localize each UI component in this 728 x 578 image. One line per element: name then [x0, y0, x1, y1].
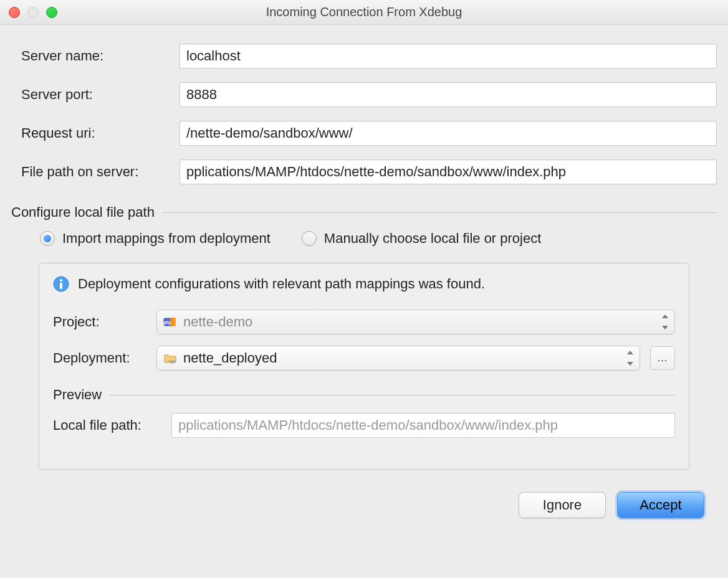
radio-group-mapping-mode: Import mappings from deployment Manually… — [11, 230, 717, 247]
field-local-path: pplications/MAMP/htdocs/nette-demo/sandb… — [171, 413, 675, 438]
info-message: Deployment configurations with relevant … — [53, 276, 675, 292]
label-server-name: Server name: — [11, 48, 180, 64]
dropdown-deployment-value: nette_deployed — [183, 350, 277, 366]
row-server-port: Server port: 8888 — [11, 82, 717, 107]
radio-import-label: Import mappings from deployment — [62, 230, 271, 247]
php-project-icon: php — [163, 315, 177, 329]
label-request-uri: Request uri: — [11, 125, 180, 141]
dialog-content: Server name: localhost Server port: 8888… — [0, 25, 728, 531]
label-file-path: File path on server: — [11, 164, 180, 180]
radio-manual-label: Manually choose local file or project — [324, 230, 542, 247]
section-divider — [162, 212, 717, 213]
input-request-uri[interactable]: /nette-demo/sandbox/www/ — [180, 121, 717, 146]
row-file-path: File path on server: pplications/MAMP/ht… — [11, 159, 717, 184]
zoom-window-icon[interactable] — [46, 7, 57, 18]
label-project: Project: — [53, 314, 156, 330]
radio-import-mappings[interactable]: Import mappings from deployment — [40, 230, 271, 247]
preview-divider — [109, 395, 675, 396]
dropdown-project-value: nette-demo — [183, 314, 252, 330]
radio-manual-choose[interactable]: Manually choose local file or project — [302, 230, 542, 247]
label-deployment: Deployment: — [53, 350, 156, 366]
window-controls — [9, 7, 57, 18]
info-text: Deployment configurations with relevant … — [78, 276, 485, 292]
radio-icon — [302, 231, 317, 246]
value-server-name: localhost — [186, 48, 241, 64]
minimize-window-icon — [27, 7, 39, 18]
radio-icon — [40, 231, 55, 246]
input-server-name[interactable]: localhost — [180, 44, 717, 69]
titlebar: Incoming Connection From Xdebug — [0, 0, 728, 25]
accept-button[interactable]: Accept — [617, 492, 704, 518]
row-project: Project: php nette-demo — [53, 310, 675, 334]
chevron-updown-icon — [626, 351, 635, 366]
input-server-port[interactable]: 8888 — [180, 82, 717, 107]
row-deployment: Deployment: nette_deployed ... — [53, 346, 675, 371]
svg-rect-2 — [60, 283, 62, 289]
value-local-path: pplications/MAMP/htdocs/nette-demo/sandb… — [178, 417, 558, 433]
ellipsis-icon: ... — [658, 353, 668, 364]
svg-point-1 — [60, 279, 62, 282]
label-local-path: Local file path: — [53, 417, 171, 433]
value-request-uri: /nette-demo/sandbox/www/ — [186, 125, 353, 141]
section-title: Configure local file path — [11, 204, 155, 220]
deployment-panel: Deployment configurations with relevant … — [39, 263, 689, 470]
browse-deployment-button[interactable]: ... — [650, 346, 675, 370]
row-request-uri: Request uri: /nette-demo/sandbox/www/ — [11, 121, 717, 146]
dialog-footer: Ignore Accept — [11, 470, 717, 531]
preview-title: Preview — [53, 387, 102, 403]
chevron-updown-icon — [661, 315, 669, 329]
value-server-port: 8888 — [186, 87, 217, 103]
svg-rect-5 — [169, 361, 175, 362]
info-icon — [53, 276, 69, 292]
svg-rect-6 — [171, 362, 173, 364]
label-server-port: Server port: — [11, 87, 180, 103]
window-title: Incoming Connection From Xdebug — [0, 5, 728, 19]
value-file-path: pplications/MAMP/htdocs/nette-demo/sandb… — [186, 164, 566, 180]
ignore-button[interactable]: Ignore — [519, 492, 606, 518]
close-window-icon[interactable] — [9, 7, 20, 18]
row-server-name: Server name: localhost — [11, 44, 717, 69]
section-configure-local-path: Configure local file path — [11, 204, 717, 220]
dropdown-deployment[interactable]: nette_deployed — [156, 346, 640, 371]
row-local-path: Local file path: pplications/MAMP/htdocs… — [53, 413, 675, 438]
local-folder-icon — [163, 351, 177, 365]
input-file-path[interactable]: pplications/MAMP/htdocs/nette-demo/sandb… — [180, 159, 717, 184]
section-preview: Preview — [53, 387, 675, 403]
svg-text:php: php — [164, 320, 172, 325]
accept-button-label: Accept — [639, 497, 681, 513]
dropdown-project[interactable]: php nette-demo — [156, 310, 675, 334]
ignore-button-label: Ignore — [543, 497, 582, 513]
